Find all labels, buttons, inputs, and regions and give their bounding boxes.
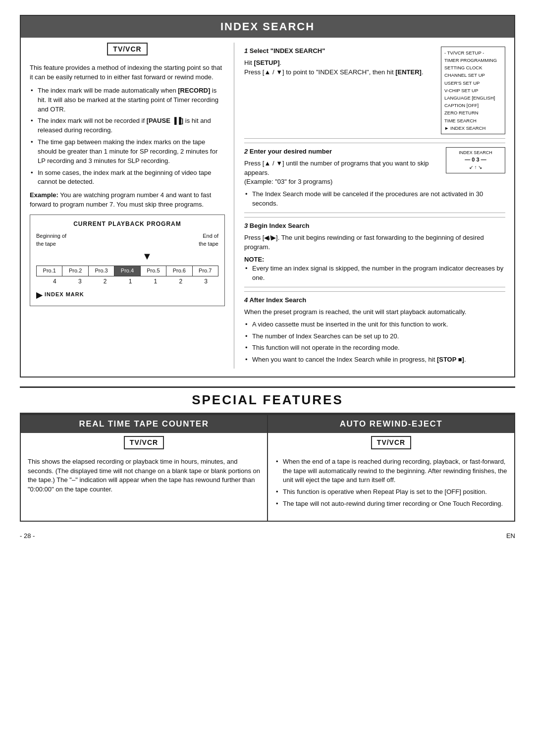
tape-diagram: Beginning ofthe tape End ofthe tape ▼ Pr… [36, 232, 218, 300]
step-2-section: INDEX SEARCH — 0 3 — ↙ ↑ ↘ 2 Enter your … [244, 143, 505, 209]
auto-rewind-body: TV/VCR When the end of a tape is reached… [268, 436, 514, 509]
bullet-4: In some cases, the index mark at the beg… [30, 168, 225, 187]
example-text: Example: You are watching program number… [30, 191, 225, 210]
step-4-header: 4 After Index Search [244, 296, 505, 305]
step-4-section: 4 After Index Search When the preset pro… [244, 291, 505, 365]
step-4-bullet-1: A video cassette must be inserted in the… [244, 320, 505, 329]
tvvcr-badge-rtc: TV/VCR [124, 436, 164, 449]
step-4-bullet-3: This function will not operate in the re… [244, 343, 505, 353]
step-3-section: 3 Begin Index Search Press [◀/▶]. The un… [244, 217, 505, 283]
step-4-bullet-2: The number of Index Searches can be set … [244, 332, 505, 341]
step-1-screen: - TV/VCR SETUP - TIMER PROGRAMMING SETTI… [441, 47, 505, 134]
step-2-bullet-1: The Index Search mode will be canceled i… [244, 190, 505, 209]
index-search-right-col: - TV/VCR SETUP - TIMER PROGRAMMING SETTI… [234, 43, 514, 369]
step-3-num: 3 [244, 222, 248, 229]
tape-programs: Pro.1 Pro.2 Pro.3 Pro.4 Pro.5 Pro.6 Pro.… [36, 266, 218, 276]
auto-rewind-bullet-3: The tape will not auto-rewind during tim… [275, 499, 507, 509]
prog-5: Pro.5 [141, 266, 166, 276]
index-search-left-col: TV/VCR This feature provides a method of… [21, 43, 234, 369]
num-4: 4 [42, 277, 67, 286]
auto-rewind-bullets: When the end of a tape is reached during… [275, 457, 507, 509]
auto-rewind-title: Auto Rewind-Eject [268, 415, 514, 433]
diagram-title: CURRENT PLAYBACK PROGRAM [36, 220, 218, 228]
step-1-num: 1 [244, 47, 248, 54]
step-3-bullet-1: Every time an index signal is skipped, t… [244, 264, 505, 283]
step-1-screen-lines: - TV/VCR SETUP - TIMER PROGRAMMING SETTI… [444, 49, 502, 132]
step-4-body: When the preset program is reached, the … [244, 308, 505, 317]
real-time-body: TV/VCR This shows the elapsed recording … [21, 436, 267, 494]
index-search-intro: This feature provides a method of indexi… [30, 63, 225, 82]
num-1a: 1 [118, 277, 143, 286]
tape-arrow: ▼ [36, 249, 218, 264]
tape-labels: Beginning ofthe tape End ofthe tape [36, 232, 218, 248]
num-2: 2 [93, 277, 118, 286]
tvvcr-badge-index: TV/VCR [107, 43, 147, 55]
step-1-section: - TV/VCR SETUP - TIMER PROGRAMMING SETTI… [244, 43, 505, 134]
tape-diagram-box: CURRENT PLAYBACK PROGRAM Beginning ofthe… [30, 215, 225, 306]
step-3-body: Press [◀/▶]. The unit begins rewinding o… [244, 233, 505, 252]
step-2-bullets: The Index Search mode will be canceled i… [244, 190, 505, 209]
step-2-screen: INDEX SEARCH — 0 3 — ↙ ↑ ↘ [446, 147, 505, 173]
step-4-bullets: A video cassette must be inserted in the… [244, 320, 505, 365]
example-bold: Example: [30, 191, 58, 199]
num-2b: 2 [168, 277, 193, 286]
step-4-bullet-4: When you want to cancel the Index Search… [244, 355, 505, 365]
index-search-section: Index Search TV/VCR This feature provide… [20, 15, 515, 378]
auto-rewind-eject-col: Auto Rewind-Eject TV/VCR When the end of… [268, 415, 514, 521]
special-features-title: Special Features [20, 386, 515, 414]
prog-4: Pro.4 [114, 266, 140, 276]
bullet-3: The time gap between making the index ma… [30, 138, 225, 166]
step-4-num: 4 [244, 296, 248, 304]
real-time-title: Real Time Tape Counter [21, 415, 267, 433]
index-search-title: Index Search [21, 16, 514, 38]
index-arrow-icon: ▶ [36, 289, 43, 301]
prog-3: Pro.3 [89, 266, 114, 276]
bullet-1: The index mark will be made automaticall… [30, 86, 225, 114]
real-time-text: This shows the elapsed recording or play… [28, 457, 260, 494]
tape-right-label: End ofthe tape [199, 232, 218, 248]
num-3b: 3 [193, 277, 218, 286]
index-mark-label: INDEX MARK [45, 291, 84, 299]
special-features-row: Real Time Tape Counter TV/VCR This shows… [20, 414, 515, 522]
prog-6: Pro.6 [166, 266, 192, 276]
prog-7: Pro.7 [193, 266, 218, 276]
step-2-num: 2 [244, 148, 248, 155]
num-3: 3 [67, 277, 93, 286]
tape-left-label: Beginning ofthe tape [36, 232, 66, 248]
real-time-tape-counter-col: Real Time Tape Counter TV/VCR This shows… [21, 415, 268, 521]
page-footer: - 28 - EN [20, 532, 515, 541]
bullet-2: The index mark will not be recorded if [… [30, 116, 225, 135]
auto-rewind-bullet-2: This function is operative when Repeat P… [275, 487, 507, 497]
auto-rewind-bullet-1: When the end of a tape is reached during… [275, 457, 507, 486]
footer-lang: EN [506, 532, 515, 541]
prog-1: Pro.1 [37, 266, 62, 276]
index-search-bullets: The index mark will be made automaticall… [30, 86, 225, 187]
tvvcr-badge-are: TV/VCR [371, 436, 411, 449]
prog-2: Pro.2 [62, 266, 88, 276]
tape-numbers: 4 3 2 1 1 2 3 [36, 277, 218, 286]
footer-page-num: - 28 - [20, 532, 35, 541]
index-mark-row: ▶ INDEX MARK [36, 289, 218, 301]
num-1b: 1 [143, 277, 168, 286]
step-3-note-label: NOTE: [244, 255, 505, 265]
step-3-header: 3 Begin Index Search [244, 221, 505, 231]
down-arrow-icon: ▼ [142, 249, 152, 264]
step-3-bullets: Every time an index signal is skipped, t… [244, 264, 505, 283]
